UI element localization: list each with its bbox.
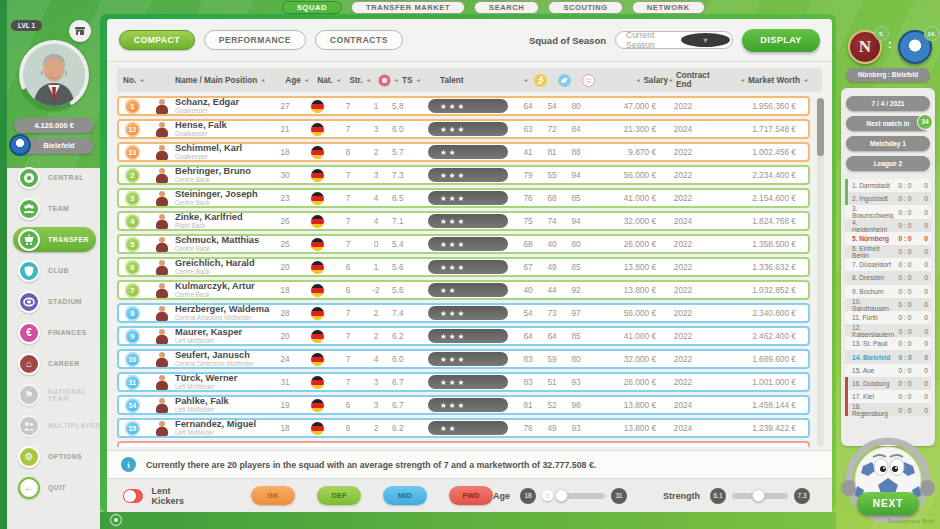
col-ts[interactable]: TS◄ — [402, 76, 440, 85]
table-scrollbar[interactable] — [817, 98, 824, 446]
col-talent[interactable]: Talent◄ — [440, 76, 528, 85]
col-condition[interactable] — [528, 74, 552, 87]
league-row-dsseldorf[interactable]: 7. Düsseldorf0 : 00 — [845, 258, 931, 271]
league-row-duisburg[interactable]: 16. Duisburg0 : 00 — [845, 377, 931, 390]
table-row[interactable]: 7 Kulmarczyk, Artur Centre Back 18 6 -2 … — [117, 280, 810, 300]
col-form[interactable]: ◄ — [374, 74, 402, 87]
player-condition: 68 — [516, 239, 540, 249]
table-row[interactable]: 15 Fernandez, Miguel Left Midfielder 18 … — [117, 418, 810, 438]
view-tab-contracts[interactable]: CONTRACTS — [315, 30, 403, 50]
menu-item-career[interactable]: ⌂ CAREER — [7, 348, 100, 379]
view-tab-performance[interactable]: PERFORMANCE — [204, 30, 306, 50]
col-morale[interactable] — [576, 74, 600, 87]
col-age[interactable]: Age◄ — [282, 76, 312, 85]
menu-item-central[interactable]: CENTRAL — [7, 162, 100, 193]
league-row-braunschweig[interactable]: 3. Braunschweig0 : 00 — [845, 205, 931, 218]
table-row[interactable]: 8 Herzberger, Waldemar Central Attacking… — [117, 303, 810, 323]
chevron-down-icon[interactable]: ▾ — [681, 33, 730, 47]
league-row-frth[interactable]: 11. Fürth0 : 00 — [845, 311, 931, 324]
col-contract-end[interactable]: ◄Contract End — [668, 71, 722, 89]
table-row[interactable]: 10 Seufert, Janusch Central Defensive Mi… — [117, 349, 810, 369]
lent-kickers-toggle[interactable] — [123, 489, 143, 503]
league-row-bochum[interactable]: 9. Bochum0 : 00 — [845, 285, 931, 298]
league-row-regensburg[interactable]: 18. Regensburg0 : 00 — [845, 403, 931, 416]
table-row[interactable]: 9 Maurer, Kasper Left Midfielder 20 7 2 … — [117, 326, 810, 346]
age-slider-handle-right[interactable] — [555, 489, 568, 502]
col-no[interactable]: No.◄ — [123, 76, 149, 85]
player-position: Central Defensive Midfielder — [175, 361, 270, 368]
league-row-bielefeld[interactable]: 14. Bielefeld0 : 00 — [845, 350, 931, 363]
league-row-dresden[interactable]: 8. Dresden0 : 00 — [845, 271, 931, 284]
table-row[interactable]: 5 Schmuck, Matthias Centre Back 25 7 0 5… — [117, 234, 810, 254]
col-market-worth[interactable]: ◄Market Worth◄ — [722, 76, 808, 85]
league-row-darmstadt[interactable]: 1. Darmstadt0 : 00 — [845, 179, 931, 192]
table-row[interactable]: 4 Zinke, Karlfried Right Back 26 7 4 7.1… — [117, 211, 810, 231]
table-row[interactable]: 2 Behringer, Bruno Centre Back 30 7 3 7.… — [117, 165, 810, 185]
league-row-stpauli[interactable]: 13. St. Pauli0 : 00 — [845, 337, 931, 350]
strength-slider-handle[interactable] — [752, 489, 765, 502]
league-row-kiel[interactable]: 17. Kiel0 : 00 — [845, 390, 931, 403]
col-salary[interactable]: ◄Salary — [600, 76, 668, 85]
table-row[interactable]: 1 Schanz, Edgar Goalkeeper 27 7 1 5.8 ★★… — [117, 96, 810, 116]
player-strength: 6 — [334, 147, 362, 157]
player-age: 20 — [270, 262, 300, 272]
season-dropdown[interactable]: Current Season ▾ — [615, 31, 733, 49]
table-row[interactable]: 12 Hense, Falk Goalkeeper 21 7 3 6.0 ★★★… — [117, 119, 810, 139]
filter-mid-button[interactable]: MID — [383, 486, 427, 505]
menu-item-quit[interactable]: ← QUIT — [7, 472, 100, 503]
player-position: Goalkeeper — [175, 154, 270, 161]
league-pill[interactable]: League 2 — [846, 156, 930, 171]
filter-fwd-button[interactable]: FWD — [449, 486, 493, 505]
league-row-heidenheim[interactable]: 4. Heidenheim0 : 00 — [845, 219, 931, 232]
table-row[interactable]: 11 Türck, Werner Left Midfielder 31 7 3 … — [117, 372, 810, 392]
league-row-sandhausen[interactable]: 10. Sandhausen0 : 00 — [845, 298, 931, 311]
shop-button[interactable] — [69, 20, 91, 42]
display-button[interactable]: DISPLAY — [742, 29, 820, 52]
menu-item-transfer[interactable]: TRANSFER — [7, 224, 100, 255]
col-str[interactable]: Str.◄ — [346, 76, 374, 85]
menu-item-options[interactable]: ⚙ OPTIONS — [7, 441, 100, 472]
location-pin-icon[interactable] — [110, 514, 122, 526]
strength-slider-track[interactable] — [732, 493, 788, 499]
ball-icon — [378, 74, 391, 87]
col-freshness[interactable] — [552, 74, 576, 87]
tab-search[interactable]: SEARCH — [474, 1, 539, 14]
table-row[interactable]: 13 Schimmel, Karl Goalkeeper 18 6 2 5.7 … — [117, 142, 810, 162]
watermark-text: Development Build — [888, 518, 934, 524]
shirt-number-badge: 9 — [125, 329, 140, 344]
talent-stars: ★★★ — [428, 329, 508, 343]
table-header: No.◄ Name / Main Position◄ Age◄ Nat.◄ St… — [117, 68, 822, 92]
filter-gk-button[interactable]: GK — [251, 486, 295, 505]
main-menu: CENTRAL TEAM TRANSFER CLUB — [7, 162, 100, 503]
tab-scouting[interactable]: SCOUTING — [548, 1, 622, 14]
shirt-number-badge: 15 — [125, 421, 140, 436]
player-age: 26 — [270, 216, 300, 226]
player-portrait-icon — [155, 398, 169, 413]
league-row-nrnberg[interactable]: 5. Nürnberg0 : 00 — [845, 232, 931, 245]
table-row[interactable]: 14 Pahlke, Falk Left Midfielder 19 6 3 6… — [117, 395, 810, 415]
menu-item-stadium[interactable]: STADIUM — [7, 286, 100, 317]
filter-def-button[interactable]: DEF — [317, 486, 361, 505]
tab-transfer-market[interactable]: TRANSFER MARKET — [351, 1, 465, 14]
menu-item-club[interactable]: CLUB — [7, 255, 100, 286]
table-row[interactable]: 3 Steininger, Joseph Centre Back 23 7 4 … — [117, 188, 810, 208]
manager-avatar[interactable] — [23, 44, 85, 106]
scrollbar-thumb[interactable] — [817, 98, 824, 156]
league-row-aue[interactable]: 15. Aue0 : 00 — [845, 364, 931, 377]
league-row-kaiserslautern[interactable]: 12. Kaiserslautern0 : 00 — [845, 324, 931, 337]
tab-network[interactable]: NETWORK — [632, 1, 705, 14]
table-row[interactable]: 6 Greichlich, Harald Centre Back 20 6 1 … — [117, 257, 810, 277]
menu-item-team[interactable]: TEAM — [7, 193, 100, 224]
age-slider-track[interactable] — [559, 493, 605, 499]
menu-item-finances[interactable]: € FINANCES — [7, 317, 100, 348]
col-name[interactable]: Name / Main Position◄ — [175, 76, 282, 85]
league-row-einheitberlin[interactable]: 6. Einheit Berlin0 : 00 — [845, 245, 931, 258]
league-row-ingolstadt[interactable]: 2. Ingolstadt0 : 00 — [845, 192, 931, 205]
tab-squad[interactable]: SQUAD — [282, 1, 342, 14]
player-portrait-icon — [155, 168, 169, 183]
col-nat[interactable]: Nat.◄ — [312, 76, 346, 85]
next-button[interactable]: NEXT — [857, 492, 919, 515]
age-slider-handle-left[interactable] — [542, 490, 553, 501]
view-tab-compact[interactable]: COMPACT — [119, 30, 195, 50]
table-row-partial-forward[interactable] — [117, 441, 810, 447]
